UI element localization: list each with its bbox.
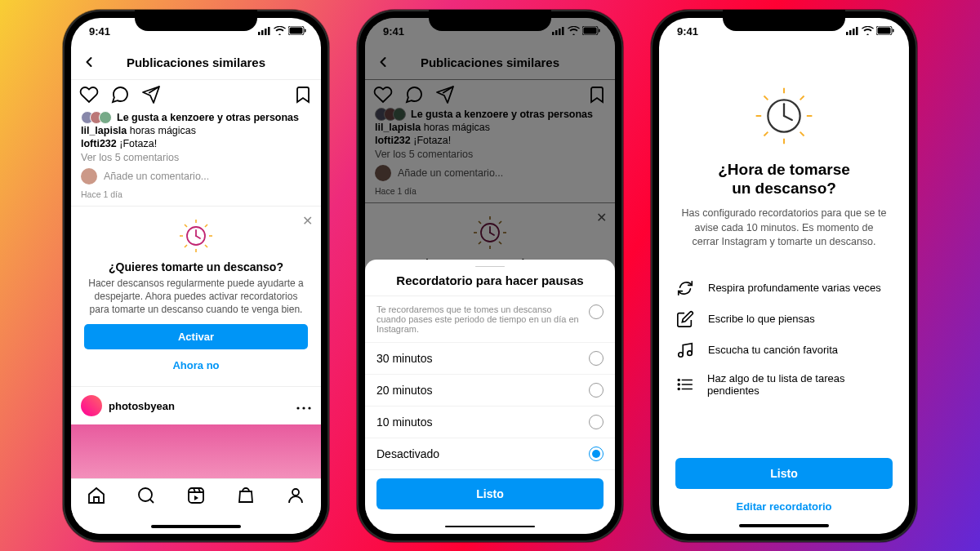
svg-line-14 <box>205 245 207 247</box>
radio-icon <box>589 383 604 398</box>
caption-2: lofti232 ¡Fotaza! <box>71 137 321 150</box>
svg-line-13 <box>185 224 187 227</box>
edit-reminder-link[interactable]: Editar recordatorio <box>674 495 894 518</box>
music-icon <box>675 341 695 359</box>
comment-icon[interactable] <box>110 85 130 108</box>
share-icon[interactable] <box>141 85 161 108</box>
done-button[interactable]: Listo <box>675 458 893 489</box>
svg-line-24 <box>149 499 153 502</box>
phone-2: 9:41 Publicaciones similares <box>357 10 623 542</box>
clock-illustration <box>674 87 894 145</box>
activate-button[interactable]: Activar <box>84 324 308 349</box>
notch <box>429 10 551 31</box>
svg-line-62 <box>764 96 768 100</box>
screen-3: 9:41 ¿Hora de tomarseun descanso? Has co… <box>659 18 909 534</box>
signal-icon <box>258 25 271 38</box>
sheet-title: Recordatorio para hacer pausas <box>365 273 615 296</box>
svg-line-68 <box>784 116 792 120</box>
phone-3: 9:41 ¿Hora de tomarseun descanso? Has co… <box>651 10 917 542</box>
view-comments-link[interactable]: Ver los 5 comentarios <box>71 150 321 165</box>
battery-icon <box>876 25 894 38</box>
svg-rect-3 <box>268 27 270 35</box>
tab-home-icon[interactable] <box>87 486 106 509</box>
svg-point-21 <box>302 407 305 409</box>
like-icon[interactable] <box>79 85 99 108</box>
screen-1: 9:41 Publicaciones similares <box>71 18 321 534</box>
reminder-sheet: Recordatorio para hacer pausas Te record… <box>365 260 615 534</box>
list-icon <box>675 375 694 393</box>
back-button[interactable] <box>79 52 99 72</box>
feed: Le gusta a kenzoere y otras personas lil… <box>71 80 321 499</box>
svg-rect-52 <box>849 30 852 35</box>
tab-search-icon[interactable] <box>136 486 156 509</box>
svg-rect-25 <box>189 488 203 503</box>
tab-profile-icon[interactable] <box>286 486 305 509</box>
home-indicator <box>739 524 829 527</box>
next-post-header[interactable]: photosbyean <box>71 387 321 424</box>
break-title: ¿Hora de tomarseun descanso? <box>674 160 894 199</box>
radio-selected-icon <box>589 447 604 461</box>
not-now-button[interactable]: Ahora no <box>82 354 310 376</box>
username: photosbyean <box>109 400 290 412</box>
like-avatars <box>81 111 112 124</box>
edit-icon <box>675 310 695 328</box>
close-icon[interactable]: ✕ <box>302 213 313 229</box>
status-time: 9:41 <box>89 25 110 38</box>
svg-line-63 <box>800 131 804 136</box>
prompt-title: ¿Quieres tomarte un descanso? <box>82 260 310 273</box>
svg-marker-8 <box>143 87 159 103</box>
radio-icon <box>589 351 604 366</box>
more-icon[interactable] <box>296 398 311 413</box>
svg-rect-2 <box>265 29 267 35</box>
svg-rect-6 <box>305 29 306 33</box>
post-timestamp: Hace 1 día <box>71 188 321 206</box>
add-comment-placeholder: Añade un comentario... <box>104 171 209 182</box>
break-prompt-card: ✕ ¿Quieres tomarte un descanso? Hacer de… <box>71 206 321 388</box>
phone-1: 9:41 Publicaciones similares <box>63 10 329 542</box>
option-20[interactable]: 20 minutos <box>365 375 615 407</box>
sheet-desc: Te recordaremos que te tomes un descanso… <box>376 304 579 334</box>
post-action-row <box>71 80 321 111</box>
svg-rect-51 <box>846 32 849 35</box>
add-comment-row[interactable]: Añade un comentario... <box>71 165 321 188</box>
sheet-desc-row: Te recordaremos que te tomes un descanso… <box>365 296 615 343</box>
signal-icon <box>846 25 859 38</box>
svg-point-22 <box>308 407 310 409</box>
radio-icon <box>589 415 604 429</box>
wifi-icon <box>862 25 874 38</box>
bookmark-icon[interactable] <box>293 85 313 108</box>
radio-null[interactable] <box>589 304 604 319</box>
option-off[interactable]: Desactivado <box>365 438 615 470</box>
break-page: ¿Hora de tomarseun descanso? Has configu… <box>659 46 909 534</box>
svg-point-75 <box>678 384 679 385</box>
svg-point-20 <box>296 407 299 409</box>
break-desc: Has configurado recordatorios para que s… <box>674 207 894 250</box>
svg-line-19 <box>196 236 200 238</box>
refresh-icon <box>675 279 695 297</box>
svg-point-70 <box>688 350 693 355</box>
tab-reels-icon[interactable] <box>186 486 206 509</box>
screen-2: 9:41 Publicaciones similares <box>365 18 615 534</box>
option-30[interactable]: 30 minutos <box>365 343 615 375</box>
tip-list: Haz algo de tu lista de tareas pendiente… <box>674 366 894 403</box>
status-icons <box>846 25 894 38</box>
option-10[interactable]: 10 minutos <box>365 407 615 438</box>
tab-shop-icon[interactable] <box>236 486 256 509</box>
svg-marker-29 <box>194 495 198 500</box>
svg-rect-56 <box>878 28 891 34</box>
likes-text: Le gusta a kenzoere y otras personas <box>117 112 299 123</box>
likes-row[interactable]: Le gusta a kenzoere y otras personas <box>71 111 321 124</box>
svg-rect-5 <box>290 28 303 34</box>
nav-title: Publicaciones similares <box>127 56 265 69</box>
svg-rect-54 <box>856 27 858 35</box>
user-avatar <box>81 395 102 416</box>
notch <box>135 10 257 31</box>
svg-point-74 <box>678 379 679 380</box>
status-time: 9:41 <box>677 25 698 38</box>
svg-rect-0 <box>258 32 261 35</box>
sheet-grabber[interactable] <box>475 266 505 268</box>
nav-bar: Publicaciones similares <box>71 46 321 80</box>
svg-rect-1 <box>261 30 264 35</box>
tip-breathe: Respira profundamente varias veces <box>674 273 894 304</box>
done-button[interactable]: Listo <box>376 478 604 509</box>
